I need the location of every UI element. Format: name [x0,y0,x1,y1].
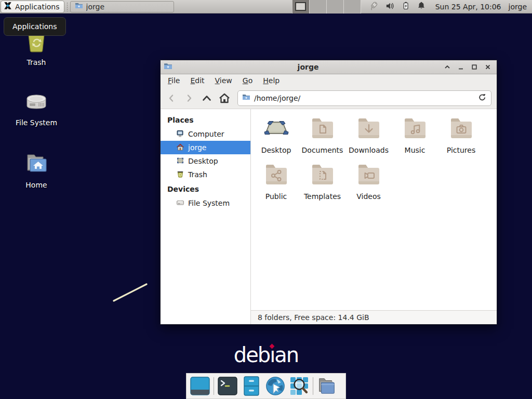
file-item-label: Music [405,146,425,154]
reload-icon[interactable] [477,92,487,103]
sidebar-item-label: Desktop [188,157,218,165]
file-item-public[interactable]: Public [253,162,299,201]
menu-file[interactable]: File [163,74,185,87]
computer-icon [176,129,184,139]
applications-menu-button[interactable]: Applications [1,1,64,13]
menu-bar: File Edit View Go Help [161,74,497,87]
sidebar-item-computer[interactable]: Computer [161,127,250,141]
file-item-music[interactable]: Music [392,115,438,154]
sidebar: Places Computer [161,109,251,324]
terminal-launcher[interactable] [217,376,238,396]
menu-go[interactable]: Go [237,74,258,87]
pictures-folder-icon [448,115,474,142]
desktop-screen: Applications jorge [0,0,532,399]
file-item-pictures[interactable]: Pictures [438,115,484,154]
window-folder-icon [164,62,172,72]
dock [186,373,346,399]
workspace-2[interactable] [310,0,327,14]
desktop-icon-home[interactable]: Home [11,152,61,189]
file-item-documents[interactable]: Documents [299,115,345,154]
volume-icon[interactable] [385,1,395,12]
sidebar-item-label: Trash [188,170,207,179]
location-bar[interactable]: /home/jorge/ [237,90,491,106]
file-manager-window: jorge File Edit View Go Help [160,60,497,325]
shade-button[interactable] [444,63,451,71]
up-button[interactable] [199,90,215,106]
user-folders-launcher[interactable] [316,376,337,396]
path-folder-icon [242,93,250,103]
battery-charging-icon[interactable] [401,1,410,12]
file-item-label: Pictures [447,146,475,154]
back-button[interactable] [164,90,179,106]
music-folder-icon [402,115,428,142]
desktop-icon-filesystem[interactable]: File System [11,89,61,127]
downloads-folder-icon [356,115,382,142]
file-item-label: Documents [302,146,343,154]
taskbar-window-button[interactable]: jorge [70,1,174,12]
sidebar-item-desktop[interactable]: Desktop [161,154,250,168]
documents-folder-icon [310,115,336,142]
public-folder-icon [263,162,289,188]
toolbar: /home/jorge/ [161,87,497,109]
panel-right-area: Sun 25 Apr, 10:06 jorge [292,0,532,14]
folder-icon [75,2,83,11]
file-manager-launcher[interactable] [241,376,262,396]
path-input[interactable]: /home/jorge/ [254,94,474,102]
home-button[interactable] [217,90,232,106]
workspace-1[interactable] [292,0,310,14]
notifications-bell-icon[interactable] [417,1,426,12]
desktop-icon-label: File System [16,118,57,127]
workspace-window-thumbnail [295,2,306,11]
app-finder-launcher[interactable] [289,376,310,396]
home-folder-icon [23,152,49,178]
file-item-videos[interactable]: Videos [345,162,392,201]
desktop-icon [176,156,184,166]
sidebar-item-label: Computer [188,130,224,138]
dock-separator [313,377,313,395]
file-item-label: Downloads [349,146,389,154]
file-item-label: Templates [304,192,341,201]
sidebar-item-trash[interactable]: Trash [161,168,250,181]
menu-view[interactable]: View [210,74,237,87]
sidebar-devices-header: Devices [161,181,250,196]
home-icon [176,143,184,153]
mouse-icon[interactable] [368,1,379,12]
show-desktop-button[interactable] [190,376,210,396]
file-item-label: Videos [356,192,381,201]
sidebar-item-jorge[interactable]: jorge [161,141,250,154]
menu-help[interactable]: Help [258,74,285,87]
window-controls [444,63,494,71]
debian-wordmark: debıan [0,343,532,367]
close-button[interactable] [484,63,491,71]
file-item-label: Desktop [261,146,291,154]
videos-folder-icon [356,162,382,188]
desktop-icon-label: Home [25,181,47,189]
dock-separator [214,377,214,395]
window-body: Places Computer [161,109,497,324]
hard-drive-icon [23,89,50,116]
applications-tooltip: Applications [4,17,66,36]
window-titlebar[interactable]: jorge [161,60,497,74]
panel-username[interactable]: jorge [506,3,532,11]
panel-grip-handle[interactable] [66,2,69,11]
sidebar-places-header: Places [161,112,250,127]
panel-clock[interactable]: Sun 25 Apr, 10:06 [431,3,506,11]
forward-button[interactable] [181,90,197,106]
content-column: Desktop Documents [251,109,497,324]
minimize-button[interactable] [457,63,464,71]
file-item-templates[interactable]: Templates [299,162,345,201]
maximize-button[interactable] [471,63,478,71]
file-item-downloads[interactable]: Downloads [345,115,392,154]
workspace-4[interactable] [344,0,361,14]
menu-edit[interactable]: Edit [185,74,209,87]
web-browser-launcher[interactable] [265,376,286,396]
workspace-3[interactable] [327,0,344,14]
file-item-desktop[interactable]: Desktop [253,115,299,154]
applications-menu-label: Applications [15,3,60,11]
trash-small-icon [176,170,184,180]
file-grid[interactable]: Desktop Documents [251,109,497,310]
file-item-label: Public [265,192,287,201]
top-panel: Applications jorge [0,0,532,14]
sidebar-item-file-system[interactable]: File System [161,196,250,210]
desktop-special-icon [263,115,290,142]
